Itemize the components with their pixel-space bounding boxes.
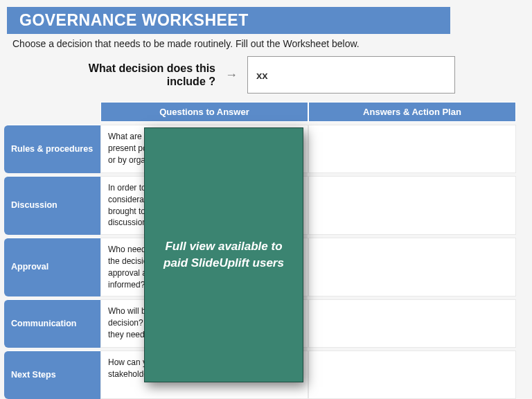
page-subtitle: Choose a decision that needs to be made … — [12, 38, 532, 49]
answer-cell[interactable] — [308, 125, 516, 173]
row-label-approval: Approval — [4, 238, 100, 296]
column-header-questions: Questions to Answer — [100, 102, 308, 122]
arrow-right-icon: → — [225, 68, 238, 82]
decision-question-label: What decision does this include ? — [77, 62, 215, 88]
decision-input-box[interactable]: xx — [247, 56, 455, 94]
answer-cell[interactable] — [308, 176, 516, 235]
paywall-message: Full view available to paid SlideUplift … — [159, 238, 289, 272]
answer-cell[interactable] — [308, 299, 516, 348]
page-title: GOVERNANCE WORKSHEET — [7, 7, 450, 34]
row-label-next-steps: Next Steps — [4, 351, 100, 399]
decision-row: What decision does this include ? → xx — [0, 56, 532, 94]
row-label-communication: Communication — [4, 299, 100, 348]
answer-cell[interactable] — [308, 238, 516, 296]
column-header-answers: Answers & Action Plan — [308, 102, 516, 122]
paywall-overlay: Full view available to paid SlideUplift … — [144, 127, 303, 382]
row-label-rules: Rules & procedures — [4, 125, 100, 173]
answer-cell[interactable] — [308, 351, 516, 399]
row-label-discussion: Discussion — [4, 176, 100, 235]
